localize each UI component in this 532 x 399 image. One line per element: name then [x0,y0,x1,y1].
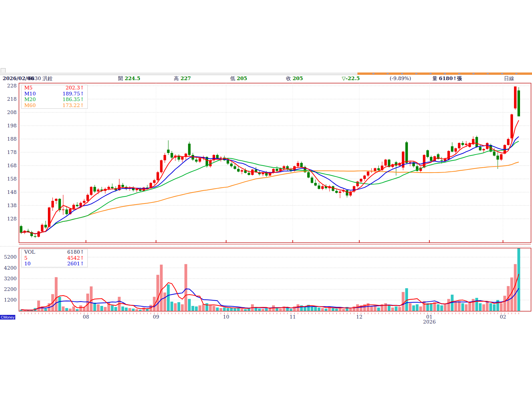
volume-legend: VOL6180↑ 54542↑ 102601↑ [21,249,88,267]
svg-text:188: 188 [7,136,17,142]
svg-text:128: 128 [7,216,17,222]
ma60-label: M60 [24,103,36,109]
svg-text:02: 02 [500,314,506,320]
ma20-value: 186.35↑ [63,97,84,103]
svg-text:4200: 4200 [4,265,17,271]
ma10-value: 189.75↑ [63,91,84,97]
svg-text:178: 178 [7,149,17,155]
svg-text:5200: 5200 [4,254,17,260]
svg-text:228: 228 [7,83,17,89]
vol-ma10-value: 2601↑ [67,261,84,267]
svg-text:11: 11 [290,314,296,320]
vol-ma10-label: 10 [24,261,31,267]
cmoney-logo: CMoney [0,315,15,320]
svg-text:10: 10 [223,314,229,320]
svg-text:198: 198 [7,123,17,129]
ma5-label: M5 [24,85,33,91]
vol-label: VOL [24,249,35,255]
svg-text:09: 09 [153,314,159,320]
ma20-label: M20 [24,97,36,103]
svg-text:168: 168 [7,163,17,169]
vol-value: 6180↑ [67,249,84,255]
svg-text:08: 08 [83,314,89,320]
svg-text:12: 12 [356,314,362,320]
vol-ma5-value: 4542↑ [67,255,84,261]
ma60-value: 173.22↑ [63,103,84,109]
svg-text:138: 138 [7,202,17,208]
svg-text:3200: 3200 [4,276,17,282]
price-ma-legend: M5202.3↑ M10189.75↑ M20186.35↑ M60173.22… [21,85,88,109]
ma10-label: M10 [24,91,36,97]
vol-ma5-label: 5 [24,255,28,261]
svg-text:208: 208 [7,109,17,115]
svg-text:2200: 2200 [4,286,17,292]
svg-text:158: 158 [7,176,17,182]
ma5-value: 202.3↑ [66,85,84,91]
svg-text:148: 148 [7,189,17,195]
chart-window: 2026/02/06 6830 汎銓 開 224.5 高 227 低 205 收… [0,0,532,399]
candlestick-chart-canvas[interactable]: 2282182081981881781681581481381285200420… [0,0,532,399]
svg-text:1200: 1200 [4,297,17,303]
svg-text:2026: 2026 [423,319,436,325]
svg-text:218: 218 [7,96,17,102]
